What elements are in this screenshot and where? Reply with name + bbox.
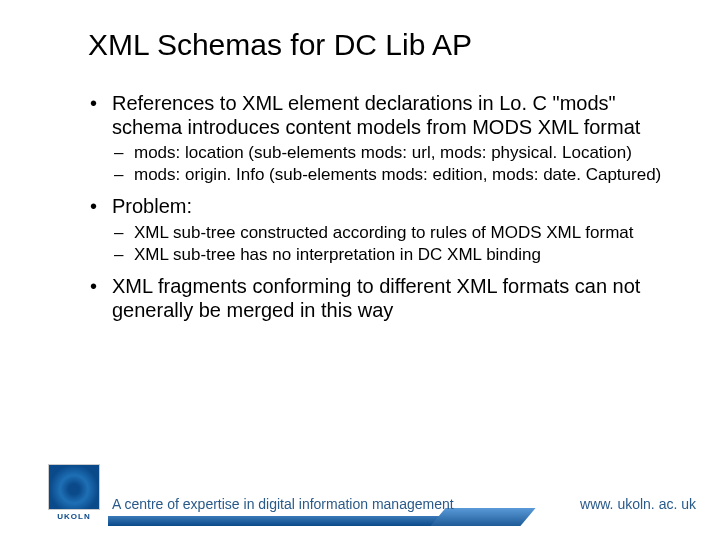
bullet-list: References to XML element declarations i… xyxy=(88,92,672,322)
footer-url: www. ukoln. ac. uk xyxy=(580,496,696,512)
logo-text: UKOLN xyxy=(48,512,100,521)
footer-tagline: A centre of expertise in digital informa… xyxy=(112,496,454,512)
sub-bullet-list: XML sub-tree constructed according to ru… xyxy=(112,223,672,265)
slide-content: References to XML element declarations i… xyxy=(88,92,672,322)
sub-bullet-item: XML sub-tree has no interpretation in DC… xyxy=(112,245,672,265)
slide: XML Schemas for DC Lib AP References to … xyxy=(0,0,720,540)
logo: UKOLN xyxy=(48,464,100,526)
bullet-text: XML fragments conforming to different XM… xyxy=(112,275,640,321)
slide-title: XML Schemas for DC Lib AP xyxy=(88,28,672,62)
bullet-item: XML fragments conforming to different XM… xyxy=(88,275,672,322)
bullet-item: References to XML element declarations i… xyxy=(88,92,672,185)
sub-bullet-item: XML sub-tree constructed according to ru… xyxy=(112,223,672,243)
sub-bullet-item: mods: origin. Info (sub-elements mods: e… xyxy=(112,165,672,185)
bullet-item: Problem: XML sub-tree constructed accord… xyxy=(88,195,672,265)
bullet-text: References to XML element declarations i… xyxy=(112,92,640,138)
sub-bullet-item: mods: location (sub-elements mods: url, … xyxy=(112,143,672,163)
footer-band xyxy=(108,516,448,526)
logo-icon xyxy=(48,464,100,510)
sub-bullet-list: mods: location (sub-elements mods: url, … xyxy=(112,143,672,185)
bullet-text: Problem: xyxy=(112,195,192,217)
footer: UKOLN A centre of expertise in digital i… xyxy=(0,478,720,526)
